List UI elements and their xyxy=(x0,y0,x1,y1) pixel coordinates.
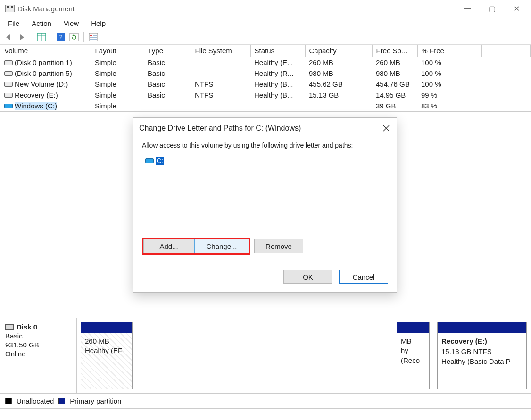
partition-header xyxy=(438,322,526,333)
disk-management-window: Disk Management — ▢ ✕ File Action View H… xyxy=(0,0,531,420)
cell-type: Basic xyxy=(144,57,191,68)
menubar: File Action View Help xyxy=(0,16,531,30)
cell-type xyxy=(144,100,191,111)
cell-free: 980 MB xyxy=(372,68,417,79)
svg-rect-6 xyxy=(89,33,98,41)
volume-table[interactable]: Volume Layout Type File System Status Ca… xyxy=(0,45,531,111)
partition-body: 260 MBHealthy (EF xyxy=(81,333,132,389)
volume-name: Recovery (E:) xyxy=(15,91,58,99)
col-type[interactable]: Type xyxy=(144,45,191,57)
partition-status: hy (Reco xyxy=(401,346,425,365)
col-pctfree[interactable]: % Free xyxy=(417,45,481,57)
cell-layout: Simple xyxy=(91,57,144,68)
disk-name: Disk 0 xyxy=(17,323,37,331)
table-row[interactable]: Recovery (E:)SimpleBasicNTFSHealthy (B..… xyxy=(0,90,531,100)
cell-status: Healthy (B... xyxy=(250,90,305,100)
cell-cap xyxy=(305,100,372,111)
col-status[interactable]: Status xyxy=(250,45,305,57)
disk-info[interactable]: Disk 0 Basic 931.50 GB Online xyxy=(0,318,77,393)
cell-cap: 980 MB xyxy=(305,68,372,79)
refresh-icon[interactable] xyxy=(68,32,80,43)
dialog-close-icon[interactable] xyxy=(382,124,391,133)
legend-label-primary: Primary partition xyxy=(70,397,121,405)
partition-body: MBhy (Reco xyxy=(397,333,429,389)
col-layout[interactable]: Layout xyxy=(91,45,144,57)
cell-layout: Simple xyxy=(91,68,144,79)
drive-icon xyxy=(4,60,13,65)
titlebar: Disk Management — ▢ ✕ xyxy=(0,0,531,16)
list-item[interactable]: C: xyxy=(145,157,385,165)
partition-block[interactable]: 260 MBHealthy (EF xyxy=(81,322,133,389)
toolbar-separator xyxy=(83,32,84,42)
cell-pct: 99 % xyxy=(417,90,481,100)
cell-status: Healthy (B... xyxy=(250,79,305,90)
cell-pct: 100 % xyxy=(417,68,481,79)
drive-icon xyxy=(4,93,13,98)
change-drive-letter-dialog: Change Drive Letter and Paths for C: (Wi… xyxy=(133,117,397,293)
cell-pct: 100 % xyxy=(417,57,481,68)
partition-title: Recovery (E:) xyxy=(441,337,523,346)
properties-table-icon[interactable] xyxy=(36,32,47,43)
drive-icon xyxy=(4,82,13,87)
forward-icon[interactable] xyxy=(17,32,28,43)
drive-icon xyxy=(4,71,13,76)
col-capacity[interactable]: Capacity xyxy=(305,45,372,57)
svg-rect-7 xyxy=(90,35,92,36)
dialog-title: Change Drive Letter and Paths for C: (Wi… xyxy=(139,124,301,132)
cell-free: 39 GB xyxy=(372,100,417,111)
table-header-row: Volume Layout Type File System Status Ca… xyxy=(0,45,531,57)
menu-file[interactable]: File xyxy=(2,18,25,28)
cell-cap: 15.13 GB xyxy=(305,90,372,100)
settings-list-icon[interactable] xyxy=(88,32,99,43)
close-button[interactable]: ✕ xyxy=(504,0,529,16)
table-row[interactable]: Windows (C:)Simple39 GB83 % xyxy=(0,100,531,111)
drive-icon xyxy=(4,104,13,108)
cell-type: Basic xyxy=(144,90,191,100)
cancel-button[interactable]: Cancel xyxy=(339,270,388,284)
drive-icon xyxy=(145,158,154,163)
cell-type: Basic xyxy=(144,68,191,79)
partition-size: 260 MB xyxy=(85,337,128,346)
cell-cap: 260 MB xyxy=(305,57,372,68)
cell-pct: 83 % xyxy=(417,100,481,111)
table-row[interactable]: New Volume (D:)SimpleBasicNTFSHealthy (B… xyxy=(0,79,531,90)
menu-view[interactable]: View xyxy=(58,18,84,28)
toolbar: ? xyxy=(0,30,531,45)
partition-header xyxy=(397,322,429,333)
cell-fs xyxy=(191,68,250,79)
partition-strip: 260 MBHealthy (EFMBhy (RecoRecovery (E:)… xyxy=(77,318,531,393)
col-blank xyxy=(481,45,531,57)
maximize-button[interactable]: ▢ xyxy=(480,0,504,16)
window-title: Disk Management xyxy=(17,5,75,13)
menu-help[interactable]: Help xyxy=(85,18,111,28)
partition-status: Healthy (Basic Data P xyxy=(441,357,523,366)
disk-icon xyxy=(5,324,14,330)
partition-block[interactable]: Recovery (E:)15.13 GB NTFSHealthy (Basic… xyxy=(437,322,527,389)
ok-button[interactable]: OK xyxy=(283,270,332,284)
change-button[interactable]: Change... xyxy=(194,239,249,253)
disk-state: Online xyxy=(5,350,72,358)
col-filesystem[interactable]: File System xyxy=(191,45,250,57)
volume-name: (Disk 0 partition 5) xyxy=(15,69,72,77)
cell-cap: 455.62 GB xyxy=(305,79,372,90)
col-volume[interactable]: Volume xyxy=(0,45,91,57)
svg-text:?: ? xyxy=(59,34,63,41)
minimize-button[interactable]: — xyxy=(455,0,480,16)
remove-button[interactable]: Remove xyxy=(254,239,303,253)
help-icon[interactable]: ? xyxy=(55,32,66,43)
partition-body: Recovery (E:)15.13 GB NTFSHealthy (Basic… xyxy=(438,333,526,389)
table-row[interactable]: (Disk 0 partition 1)SimpleBasicHealthy (… xyxy=(0,57,531,68)
disk-type: Basic xyxy=(5,332,72,340)
col-free[interactable]: Free Sp... xyxy=(372,45,417,57)
cell-status: Healthy (R... xyxy=(250,68,305,79)
dialog-titlebar: Change Drive Letter and Paths for C: (Wi… xyxy=(133,118,397,138)
add-button[interactable]: Add... xyxy=(143,239,194,253)
table-row[interactable]: (Disk 0 partition 5)SimpleBasicHealthy (… xyxy=(0,68,531,79)
cell-layout: Simple xyxy=(91,100,144,111)
drive-paths-list[interactable]: C: xyxy=(142,154,388,230)
partition-block[interactable]: MBhy (Reco xyxy=(397,322,430,389)
back-icon[interactable] xyxy=(3,32,15,43)
menu-action[interactable]: Action xyxy=(26,18,57,28)
cell-layout: Simple xyxy=(91,79,144,90)
cell-fs: NTFS xyxy=(191,79,250,90)
